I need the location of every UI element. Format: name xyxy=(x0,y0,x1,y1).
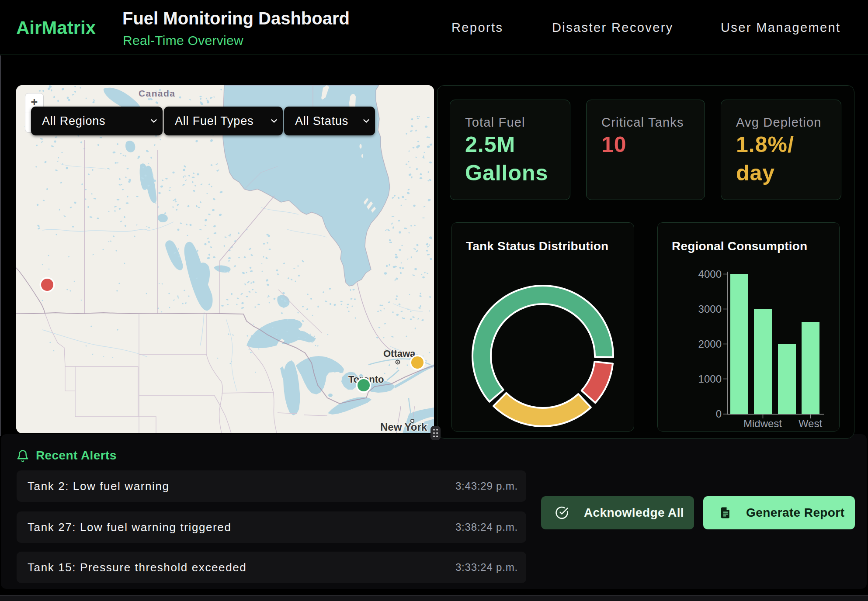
svg-text:Ottawa: Ottawa xyxy=(383,348,416,359)
svg-text:3000: 3000 xyxy=(698,303,722,315)
svg-text:2000: 2000 xyxy=(698,338,722,350)
svg-text:New York: New York xyxy=(380,421,427,433)
svg-text:4000: 4000 xyxy=(698,268,722,280)
svg-text:Midwest: Midwest xyxy=(743,418,782,429)
svg-text:1000: 1000 xyxy=(698,373,722,385)
svg-text:West: West xyxy=(799,418,823,429)
svg-text:0: 0 xyxy=(716,408,722,420)
svg-text:Canada: Canada xyxy=(139,88,175,98)
